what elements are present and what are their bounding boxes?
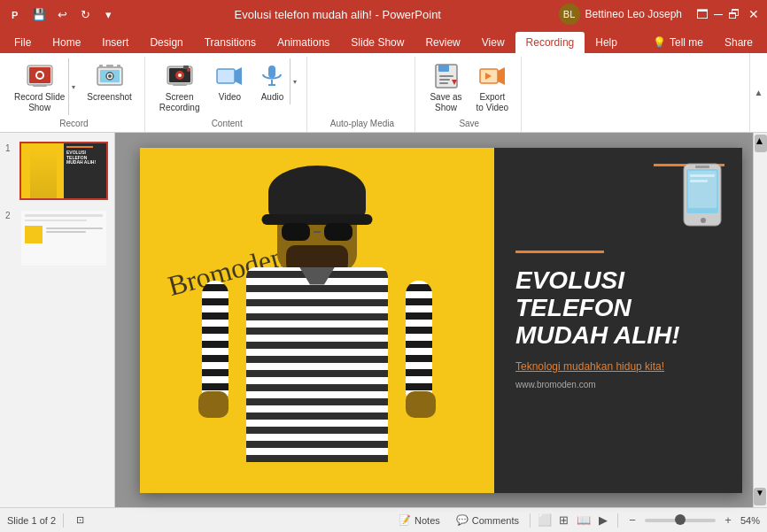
record-slide-show-dropdown[interactable]: ▾ [68, 58, 78, 115]
tab-design[interactable]: Design [139, 32, 193, 53]
screen-recording-icon [166, 62, 194, 90]
export-to-video-label: Exportto Video [476, 92, 509, 113]
title-bar-left: P 💾 ↩ ↻ ▾ [7, 5, 117, 23]
vertical-scrollbar[interactable]: ▲ ▼ [753, 133, 767, 507]
slideshow-view-button[interactable]: ▶ [594, 512, 612, 529]
ribbon-display-button[interactable]: 🗖 [696, 8, 709, 20]
canvas-area: Bromoden. [115, 133, 767, 507]
content-group: ScreenRecording Video [147, 57, 308, 132]
slide-url: www.bromoden.com [515, 380, 721, 389]
record-slide-show-button[interactable]: Record SlideShow ▾ [11, 58, 78, 115]
share-button[interactable]: Share [714, 32, 763, 53]
svg-point-38 [701, 218, 706, 223]
audio-dropdown[interactable]: ▾ [290, 58, 299, 104]
tab-home[interactable]: Home [42, 32, 91, 53]
title-bar-right: BL Bettineo Leo Joseph 🗖 ─ 🗗 ✕ [559, 4, 760, 25]
screenshot-label: Screenshot [87, 92, 132, 103]
tab-transitions[interactable]: Transitions [194, 32, 267, 53]
slide-number-2: 2 [5, 209, 16, 220]
scrollbar-thumb-up[interactable]: ▲ [755, 135, 767, 152]
tab-slideshow[interactable]: Slide Show [340, 32, 414, 53]
more-qat-button[interactable]: ▾ [99, 5, 117, 23]
save-button[interactable]: 💾 [30, 5, 48, 23]
slide-left: Bromoden. [140, 148, 494, 493]
video-button[interactable]: Video [208, 58, 251, 106]
restore-button[interactable]: 🗗 [728, 8, 740, 20]
notes-button[interactable]: 📝 Notes [393, 513, 445, 528]
sunglasses [282, 223, 353, 241]
tab-review[interactable]: Review [414, 32, 470, 53]
audio-button[interactable]: Audio ▾ [254, 58, 299, 104]
tab-insert[interactable]: Insert [91, 32, 139, 53]
ribbon-tabs: File Home Insert Design Transitions Anim… [0, 28, 767, 53]
close-button[interactable]: ✕ [748, 8, 760, 20]
comments-button[interactable]: 💬 Comments [451, 513, 524, 528]
export-to-video-button[interactable]: Exportto Video [471, 58, 515, 117]
slide-thumb-2[interactable]: 2 [4, 207, 111, 269]
zoom-out-button[interactable]: − [624, 512, 641, 529]
record-slide-show-icon [26, 62, 54, 90]
right-arm [406, 281, 432, 405]
svg-marker-33 [498, 67, 505, 85]
ribbon-content: Record SlideShow ▾ [0, 53, 767, 133]
thumb-preview-2 [21, 211, 106, 266]
audio-icon [258, 62, 286, 90]
screen-recording-button[interactable]: ScreenRecording [154, 58, 205, 117]
video-label: Video [219, 92, 241, 103]
zoom-slider[interactable] [645, 519, 716, 522]
reading-view-button[interactable]: 📖 [575, 512, 593, 529]
lightbulb-icon: 💡 [653, 36, 666, 49]
slide-thumb-1[interactable]: 1 EVOLUSITELEFONMUDAH ALIH! [4, 140, 111, 202]
zoom-thumb[interactable] [675, 514, 686, 525]
window-title: Evolusi telefon mudah alih! - PowerPoint [117, 8, 559, 21]
svg-rect-13 [117, 65, 120, 67]
collapse-icon: ▲ [755, 88, 763, 97]
comments-icon: 💬 [456, 514, 469, 526]
slide-sorter-button[interactable]: ⊞ [555, 512, 573, 529]
person-hat [268, 166, 366, 219]
autoplay-group: Auto-play Media [309, 57, 415, 132]
thumb-content-2 [21, 211, 106, 266]
svg-rect-37 [695, 166, 709, 168]
thumb-right-1: EVOLUSITELEFONMUDAH ALIH! [64, 143, 106, 198]
fit-to-window-button[interactable]: ⊡ [71, 513, 89, 528]
undo-button[interactable]: ↩ [53, 5, 71, 23]
svg-rect-29 [439, 79, 450, 81]
tab-help[interactable]: Help [585, 32, 628, 53]
tell-me-button[interactable]: 💡 Tell me [642, 32, 714, 53]
minimize-button[interactable]: ─ [712, 8, 724, 20]
tab-file[interactable]: File [4, 32, 42, 53]
fit-icon: ⊡ [76, 514, 84, 526]
thumb-left-1 [21, 143, 64, 198]
normal-view-button[interactable]: ⬜ [536, 512, 554, 529]
scrollbar-thumb-down[interactable]: ▼ [754, 488, 766, 505]
ribbon-collapse-button[interactable]: ▲ [749, 53, 767, 133]
user-section[interactable]: BL Bettineo Leo Joseph [559, 4, 682, 25]
user-name: Bettineo Leo Joseph [585, 8, 682, 20]
tab-recording[interactable]: Recording [515, 32, 585, 53]
slide-canvas[interactable]: Bromoden. [140, 148, 742, 493]
thumb-preview-1: EVOLUSITELEFONMUDAH ALIH! [21, 143, 106, 198]
screenshot-button[interactable]: Screenshot [81, 58, 137, 106]
slide-right: EVOLUSI TELEFON MUDAH ALIH! Teknologi mu… [494, 148, 742, 493]
screen-recording-label: ScreenRecording [159, 92, 200, 113]
content-group-label: Content [154, 117, 300, 132]
save-as-show-button[interactable]: Save asShow [424, 58, 467, 117]
video-icon [215, 62, 244, 90]
svg-rect-28 [439, 75, 453, 77]
slide-thumbnail-1: EVOLUSITELEFONMUDAH ALIH! [19, 142, 108, 200]
svg-rect-30 [439, 82, 448, 84]
main-area: 1 EVOLUSITELEFONMUDAH ALIH! [0, 133, 767, 507]
tab-animations[interactable]: Animations [267, 32, 340, 53]
zoom-control: − + 54% [624, 512, 760, 529]
slide-main-title: EVOLUSI TELEFON MUDAH ALIH! [515, 267, 721, 349]
record-group-items: Record SlideShow ▾ [11, 58, 137, 117]
status-right: 📝 Notes 💬 Comments ⬜ ⊞ 📖 ▶ − + 54% [393, 512, 760, 529]
svg-rect-27 [438, 65, 449, 72]
redo-button[interactable]: ↻ [76, 5, 94, 23]
status-divider-1 [63, 513, 64, 528]
save-group-label: Save [424, 117, 514, 132]
tab-view[interactable]: View [471, 32, 515, 53]
zoom-in-button[interactable]: + [719, 512, 737, 529]
left-hand [198, 391, 229, 418]
